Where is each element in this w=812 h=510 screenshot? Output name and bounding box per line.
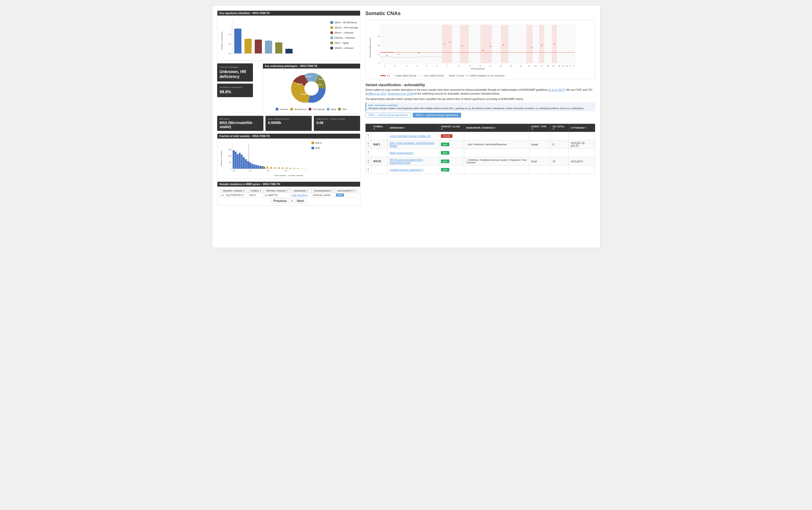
row-num-2[interactable]: ▶ 2 [366, 140, 371, 149]
genename-link-1[interactable]: cyclin dependent kinase inhibitor 2A [390, 135, 431, 138]
svg-rect-73 [460, 25, 469, 63]
legend-color-sbs3 [330, 21, 333, 24]
svg-text:7: 7 [447, 65, 448, 67]
biomarker-5: - Breast: Prognostic | Poor Outcome [464, 166, 529, 174]
vus-badge: VUS [336, 193, 344, 197]
legend-label-sbs18: SBS18 – ROS damage [334, 25, 358, 30]
bar-sbs18 [244, 39, 252, 54]
mmr-cell-genename: mutL homolog 1 [290, 193, 312, 197]
dominant-label: Dominant aetiologies [220, 66, 250, 68]
pie-legend-ros: ROS damage [309, 108, 325, 111]
table-row: ▶ 2 RAF1 Raf-1 proto-oncogene, serine/th… [366, 140, 595, 149]
cna-col-varclass[interactable]: VARIANT_CLASS ⇅ [439, 124, 464, 132]
svg-text:0.2: 0.2 [229, 33, 231, 35]
cna-col-genename[interactable]: GENENAME ⇅ [387, 124, 439, 132]
svg-rect-33 [243, 157, 245, 169]
svg-text:20: 20 [558, 65, 560, 67]
row-num-4[interactable]: ▶ 4 [366, 157, 371, 166]
next-button[interactable]: Next [295, 199, 306, 203]
pie-legend-label-aging: Aging [331, 108, 336, 111]
svg-rect-51 [290, 168, 291, 169]
li2017-link[interactable]: Li et al. 2017 [549, 88, 564, 91]
tier1-button[interactable]: TIER I – strong clinical significance [366, 113, 411, 118]
genename-link-4[interactable]: MYCN proto-oncogene bHLH transcription f… [390, 158, 423, 164]
cna-legend-ploidy: Ploidy 4: Purity : n = 18859 mutations i… [449, 74, 504, 77]
mmr-col-genename[interactable]: GENENAME ⇅ [290, 189, 312, 193]
legend-item-sbs1: SBS1 – Aging [330, 41, 358, 45]
expand-icon: ▶ [221, 194, 222, 196]
key-underlying-section: Key underlying aetiologies – WGS-T008-TN [263, 63, 360, 113]
expand-icon-4: ▶ [368, 159, 369, 161]
cna-col-eventtype[interactable]: EVENT_TYPE ⇅ [529, 124, 550, 132]
row-num-3[interactable]: ▶ 3 [366, 149, 371, 157]
gain-badge-5: gain [441, 168, 450, 172]
genename-link-5[interactable]: nuclear receptor coactivator 3 [390, 169, 424, 171]
note-box: Note - biomarker matching The same somat… [366, 102, 595, 111]
histogram-svg: Number of samples 0 50 100 150 [220, 141, 309, 174]
pie-legend-label-other: Other [342, 108, 347, 111]
cntotal-4: 14 [550, 157, 569, 166]
tamborero2018-link[interactable]: Tamborero et al. 2018 [388, 92, 412, 95]
pie-label-other: 5.4% [319, 78, 323, 80]
expand-icon-1: ▶ [368, 134, 369, 136]
svg-text:0.1: 0.1 [229, 43, 231, 45]
svg-text:16: 16 [534, 65, 536, 67]
svg-rect-74 [480, 25, 492, 63]
svg-rect-36 [249, 162, 251, 169]
svg-text:17: 17 [541, 65, 543, 67]
mmr-col-oncogenicity[interactable]: ONCOGENICITY ⇅ [335, 189, 358, 193]
indel-burden-label: Indel mutational burden [268, 118, 309, 120]
griffith2017-link[interactable]: Griffith et al. 2017 [366, 92, 386, 95]
svg-rect-75 [501, 25, 509, 63]
cna-col-biomarker[interactable]: BIOMARKER_EVIDENCE ⇅ [464, 124, 529, 132]
symbol-4: MYCN [371, 157, 387, 166]
mmr-col-genomic[interactable]: GENOMIC_CHANGE ⇅ [220, 189, 248, 193]
cna-col-expand [366, 124, 371, 132]
expand-icon-2: ▶ [368, 142, 369, 144]
hist-legend-label-msih: MSI.H [315, 141, 322, 145]
cna-col-cntotal[interactable]: CN_TOTAL ⇅ [550, 124, 569, 132]
svg-text:Chromosome: Chromosome [471, 67, 484, 70]
cna-col-cytoband[interactable]: CYTOBAND ⇅ [569, 124, 595, 132]
histogram-header: Fraction of indel variants – WGS-T008-TN [218, 134, 360, 139]
row-expand[interactable]: ▶ 1 3:g.37048973C>T [220, 193, 248, 197]
genename-link-2[interactable]: Raf-1 proto-oncogene, serine/threonine k… [390, 142, 435, 147]
histogram-section: Fraction of indel variants – WGS-T008-TN… [217, 133, 360, 179]
legend-color-sbs18 [330, 26, 333, 29]
legend-item-sbs89: SBS89 – Unknown [330, 46, 358, 50]
goodness-box: Goodness of signature fit 98.8% [217, 84, 253, 97]
genename-2: Raf-1 proto-oncogene, serine/threonine k… [387, 140, 439, 149]
tier2-button[interactable]: TIER II – potential clinical significanc… [413, 113, 461, 118]
row-num-5[interactable]: ▶ 5 [366, 166, 371, 174]
svg-rect-46 [270, 167, 272, 169]
table-row: ▶ 1 CDKN2A cyclin dependent kinase inhib… [366, 132, 595, 140]
prev-button[interactable]: Previous [271, 199, 289, 203]
mmr-col-consequence[interactable]: CONSEQUENCE ⇅ [312, 189, 335, 193]
pagination: Previous 1 Next [220, 199, 358, 203]
biomarker-4: - CNS/Brain, Peripheral Nervous System: … [464, 157, 529, 166]
tier-buttons: TIER I – strong clinical significance TI… [366, 113, 595, 118]
svg-text:12: 12 [500, 65, 502, 67]
sort-icon-oncogenicity: ⇅ [353, 190, 355, 192]
cna-col-symbol[interactable]: SYMBOL ⇅ [371, 124, 387, 132]
mmr-cell-protein: p.Arg687Trp [263, 193, 290, 197]
msi-box: MSI status MSS (Microsatellite stable) [217, 116, 263, 131]
cytoband-5: chr20:q13.11-q13.32 [569, 166, 595, 174]
pie-legend-color-unknown [276, 108, 278, 111]
genename-link-3[interactable]: DNA topoisomerase I [390, 152, 414, 154]
histogram-content: Number of samples 0 50 100 150 [218, 139, 360, 179]
mmr-col-protein[interactable]: PROTEIN_CHANGE ⇅ [263, 189, 290, 193]
genename-link[interactable]: mutL homolog 1 [292, 194, 308, 196]
goodness-value: 98.8% [220, 89, 250, 94]
gain-badge-3: gain [441, 151, 450, 155]
svg-text:2: 2 [394, 65, 396, 67]
indel-fraction-box: Indel fraction – somatic variants 0.08 [314, 116, 360, 131]
mmr-col-symbol[interactable]: SYMBOL ⇅ [248, 189, 264, 193]
svg-point-84 [449, 42, 450, 43]
symbol-3: TOP1 [371, 149, 387, 157]
svg-text:18: 18 [547, 65, 549, 67]
hist-legend-msih: MSI.H [312, 141, 322, 145]
eventtype-2: broad [529, 140, 550, 149]
row-num-1[interactable]: ▶ 1 [366, 132, 371, 140]
legend-color-sbs40a [330, 36, 333, 39]
